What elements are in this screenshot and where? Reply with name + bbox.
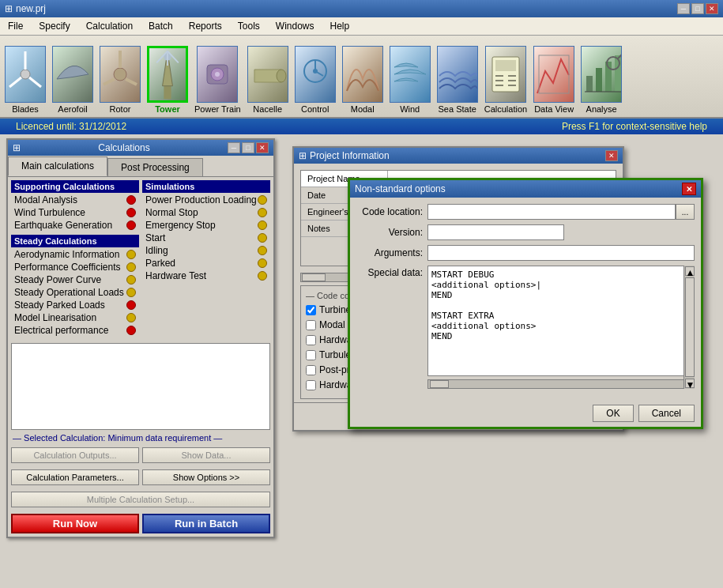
calc-model-linearisation[interactable]: Model Linearisation xyxy=(11,311,139,324)
calc-start[interactable]: Start xyxy=(142,232,270,244)
nonstd-close-button[interactable]: ✕ xyxy=(682,183,696,195)
blades-label: Blades xyxy=(12,104,39,114)
compat-postproc-checkbox[interactable] xyxy=(306,365,316,375)
calc-wind-turbulence[interactable]: Wind Turbulence xyxy=(11,206,139,219)
proj-scrollbar-thumb[interactable] xyxy=(302,273,326,281)
special-data-hscrollbar[interactable] xyxy=(427,379,695,389)
seastate-label: Sea State xyxy=(439,104,476,114)
minimize-button[interactable]: ─ xyxy=(677,3,690,14)
calc-parked[interactable]: Parked xyxy=(142,257,270,270)
scroll-down-btn[interactable]: ▼ xyxy=(685,379,695,388)
menu-reports[interactable]: Reports xyxy=(184,19,227,33)
project-info-icon: ⊞ xyxy=(299,150,307,161)
toolbar-dataview[interactable]: Data View xyxy=(530,44,578,115)
toolbar-tower[interactable]: Tower xyxy=(144,44,191,115)
calc-steady-parked-loads[interactable]: Steady Parked Loads xyxy=(11,299,139,311)
toolbar-control[interactable]: Control xyxy=(292,44,339,115)
browse-button[interactable]: ... xyxy=(676,204,695,220)
close-button[interactable]: ✕ xyxy=(706,3,718,14)
wind-turbulence-dot xyxy=(126,208,136,217)
version-input[interactable] xyxy=(427,224,564,240)
nacelle-icon xyxy=(247,46,288,103)
calc-aerodynamic-info[interactable]: Aerodynamic Information xyxy=(11,248,139,261)
toolbar-seastate[interactable]: Sea State xyxy=(434,44,481,115)
calc-steady-power-curve[interactable]: Steady Power Curve xyxy=(11,273,139,286)
toolbar-calculation[interactable]: Calculation xyxy=(481,44,530,115)
tab-main-calculations[interactable]: Main calculations xyxy=(8,156,107,176)
toolbar-modal[interactable]: Modal xyxy=(339,44,386,115)
special-data-scrollbar[interactable]: ▲ ▼ xyxy=(683,266,695,389)
btn-row-1: Calculation Outputs... Show Data... xyxy=(8,444,273,466)
rotor-label: Rotor xyxy=(110,104,131,114)
restore-button[interactable]: □ xyxy=(691,3,704,14)
linearisation-dot xyxy=(126,313,136,322)
arguments-input[interactable] xyxy=(427,245,695,261)
calc-idling[interactable]: Idling xyxy=(142,244,270,257)
calc-performance-coefficients[interactable]: Performance Coefficients xyxy=(11,261,139,273)
compat-turbulence-checkbox[interactable] xyxy=(306,350,316,360)
compat-ghtest-checkbox[interactable] xyxy=(306,380,316,390)
tower-icon xyxy=(147,46,188,103)
powertrain-icon xyxy=(197,46,238,103)
calc-outputs-button[interactable]: Calculation Outputs... xyxy=(11,447,139,463)
calc-tabs: Main calculations Post Processing xyxy=(8,156,273,177)
menu-calculation[interactable]: Calculation xyxy=(81,19,137,33)
calc-earthquake-generation[interactable]: Earthquake Generation xyxy=(11,219,139,232)
code-location-row: Code location: ... xyxy=(356,204,695,220)
toolbar-powertrain[interactable]: Power Train xyxy=(191,44,244,115)
special-data-row: Special data: MSTART DEBUG <additional o… xyxy=(356,266,695,389)
compat-modal-checkbox[interactable] xyxy=(306,320,316,330)
analyse-label: Analyse xyxy=(586,104,617,114)
show-options-button[interactable]: Show Options >> xyxy=(142,469,270,485)
run-in-batch-button[interactable]: Run in Batch xyxy=(142,514,270,533)
nonstd-ok-button[interactable]: OK xyxy=(593,405,633,422)
calc-restore-button[interactable]: □ xyxy=(242,142,254,153)
code-location-input[interactable] xyxy=(427,204,676,220)
steady-header: Steady Calculations xyxy=(11,235,139,247)
calc-minimize-button[interactable]: ─ xyxy=(228,142,240,153)
show-data-button[interactable]: Show Data... xyxy=(142,447,270,463)
toolbar-blades[interactable]: Blades xyxy=(2,44,49,115)
svg-point-17 xyxy=(277,70,286,82)
calc-power-production[interactable]: Power Production Loading xyxy=(142,194,270,206)
menu-tools[interactable]: Tools xyxy=(233,19,265,33)
run-now-button[interactable]: Run Now xyxy=(11,514,139,533)
scroll-thumb[interactable] xyxy=(685,277,695,377)
compat-turbine-checkbox[interactable] xyxy=(306,305,316,315)
scroll-up-btn[interactable]: ▲ xyxy=(685,266,695,276)
powertrain-label: Power Train xyxy=(194,104,241,114)
toolbar-wind[interactable]: Wind xyxy=(386,44,434,115)
control-label: Control xyxy=(301,104,329,114)
hardware-dot xyxy=(258,271,267,281)
toolbar-analyse[interactable]: Analyse xyxy=(578,44,625,115)
project-info-close-button[interactable]: ✕ xyxy=(605,150,618,161)
toolbar-rotor[interactable]: Rotor xyxy=(96,44,144,115)
calc-steady-operational-loads[interactable]: Steady Operational Loads xyxy=(11,286,139,299)
wind-label: Wind xyxy=(400,104,420,114)
menu-windows[interactable]: Windows xyxy=(271,19,319,33)
toolbar-aerofoil[interactable]: Aerofoil xyxy=(49,44,96,115)
toolbar-nacelle[interactable]: Nacelle xyxy=(244,44,292,115)
compat-hardware-checkbox[interactable] xyxy=(306,335,316,345)
aero-dot xyxy=(126,250,136,259)
calc-normal-stop[interactable]: Normal Stop xyxy=(142,206,270,219)
tab-post-processing[interactable]: Post Processing xyxy=(107,158,203,176)
calc-close-button[interactable]: ✕ xyxy=(256,142,269,153)
calc-params-button[interactable]: Calculation Parameters... xyxy=(11,469,139,485)
parked-loads-dot xyxy=(126,300,136,310)
menu-batch[interactable]: Batch xyxy=(144,19,178,33)
calc-modal-analysis[interactable]: Modal Analysis xyxy=(11,194,139,206)
calc-electrical-performance[interactable]: Electrical performance xyxy=(11,324,139,337)
menu-specify[interactable]: Specify xyxy=(34,19,74,33)
selected-calc-box xyxy=(11,343,270,430)
earthquake-dot xyxy=(126,220,136,230)
calc-hardware-test[interactable]: Hardware Test xyxy=(142,270,270,282)
menu-help[interactable]: Help xyxy=(326,19,355,33)
special-data-textarea[interactable]: MSTART DEBUG <additional options>| MEND … xyxy=(427,266,695,376)
hscroll-thumb[interactable] xyxy=(430,380,449,388)
menu-file[interactable]: File xyxy=(3,19,28,33)
multiple-calc-button[interactable]: Multiple Calculation Setup... xyxy=(11,492,270,507)
nonstd-cancel-button[interactable]: Cancel xyxy=(638,405,695,422)
calc-emergency-stop[interactable]: Emergency Stop xyxy=(142,219,270,232)
calculation-icon xyxy=(485,46,526,103)
